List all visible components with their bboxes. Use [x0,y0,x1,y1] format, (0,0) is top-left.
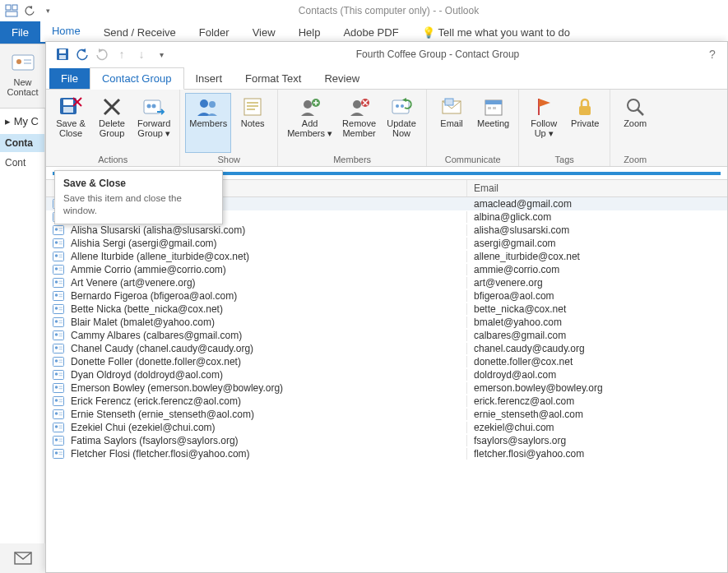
tab-help[interactable]: Help [287,21,332,44]
table-row[interactable]: Chanel Caudy (chanel.caudy@caudy.org)cha… [46,342,727,355]
tab-home[interactable]: Home [40,20,92,44]
remove-member-button[interactable]: Remove Member [338,93,380,153]
member-email: bette_nicka@cox.net [467,303,727,315]
svg-point-79 [55,333,58,336]
next-item-icon[interactable]: ↓ [132,44,151,64]
members-button[interactable]: Members [185,93,231,153]
svg-rect-108 [59,426,63,427]
add-members-icon [297,95,323,118]
svg-rect-69 [59,296,63,297]
contact-card-icon [46,436,64,446]
notes-button[interactable]: Notes [233,93,272,153]
table-row[interactable]: Allene Iturbide (allene_iturbide@cox.net… [46,250,727,263]
table-row[interactable]: Bernardo Figeroa (bfigeroa@aol.com)bfige… [46,289,727,303]
add-members-button[interactable]: Add Members ▾ [283,93,336,153]
tab-file[interactable]: File [49,68,90,89]
table-row[interactable]: Emerson Bowley (emerson.bowley@bowley.or… [46,381,727,395]
table-row[interactable]: Fatima Saylors (fsaylors@saylors.org)fsa… [46,434,727,447]
nav-item-selected[interactable]: Conta [0,134,44,152]
svg-rect-56 [59,255,63,256]
table-row[interactable]: Alishia Sergi (asergi@gmail.com)asergi@g… [46,237,727,250]
contact-card-icon [46,396,64,406]
delete-icon [99,95,125,118]
contact-card-icon [46,357,64,367]
members-area: Name Email amaclead@gmail.comAlbina Glic… [46,167,727,572]
meeting-button[interactable]: Meeting [473,93,513,153]
svg-rect-35 [493,107,496,109]
tell-me-search[interactable]: 💡Tell me what you want to do [410,21,582,44]
member-email: art@venere.org [467,277,727,289]
qat-dropdown-icon[interactable]: ▾ [41,4,54,17]
member-name: Dyan Oldroyd (doldroyd@aol.com) [64,369,467,381]
svg-point-99 [55,399,58,402]
outer-titlebar: ▾ Contacts (This computer only) - - Outl… [0,0,728,21]
email-button[interactable]: Email [432,93,471,153]
table-row[interactable]: Cammy Albares (calbares@gmail.com)calbar… [46,329,727,342]
ribbon-group-zoom: Zoom Zoom [610,90,660,166]
svg-rect-33 [485,100,502,104]
member-email: doldroyd@aol.com [467,369,727,381]
follow-up-button[interactable]: Follow Up ▾ [524,93,563,153]
member-email: amaclead@gmail.com [467,198,727,210]
member-email: allene_iturbide@cox.net [467,251,727,262]
table-row[interactable]: Donette Foller (donette.foller@cox.net)d… [46,355,727,368]
tab-insert[interactable]: Insert [184,68,234,89]
table-row[interactable]: Alisha Slusarski (alisha@slusarski.com)a… [46,224,727,237]
svg-point-71 [55,307,58,310]
delete-group-button[interactable]: Delete Group [92,93,132,153]
prev-item-icon[interactable]: ↑ [112,44,132,64]
table-row[interactable]: Dyan Oldroyd (doldroyd@aol.com)doldroyd@… [46,368,727,381]
table-row[interactable]: Fletcher Flosi (fletcher.flosi@yahoo.com… [46,447,727,460]
svg-rect-0 [6,5,11,10]
save-icon[interactable] [53,44,72,64]
lightbulb-icon: 💡 [422,26,435,39]
update-now-button[interactable]: Update Now [382,93,421,153]
tab-send-receive[interactable]: Send / Receive [92,21,188,44]
member-email: erick.ferencz@aol.com [467,395,727,407]
table-row[interactable]: Ammie Corrio (ammie@corrio.com)ammie@cor… [46,263,727,276]
table-row[interactable]: Blair Malet (bmalet@yahoo.com)bmalet@yah… [46,316,727,329]
help-icon[interactable]: ? [704,48,721,61]
outer-window-title: Contacts (This computer only) - - Outloo… [54,5,723,16]
tab-contact-group[interactable]: Contact Group [90,67,184,90]
svg-rect-21 [247,105,258,107]
zoom-button[interactable]: Zoom [615,93,655,153]
nav-header[interactable]: ▸ My C [0,109,44,134]
tab-format-text[interactable]: Format Text [234,68,313,89]
private-button[interactable]: Private [565,93,605,153]
mail-nav-icon[interactable] [0,543,45,573]
undo-icon[interactable] [23,4,36,17]
contact-card-icon [46,238,64,248]
table-row[interactable]: Art Venere (art@venere.org)art@venere.or… [46,276,727,289]
member-name: Ernie Stenseth (ernie_stenseth@aol.com) [64,409,467,420]
svg-rect-89 [59,362,63,363]
new-contact-button[interactable]: New Contact [0,49,45,97]
qat-customize-icon[interactable]: ▾ [151,44,171,64]
zoom-icon [622,95,648,118]
svg-point-95 [55,386,58,389]
table-row[interactable]: Ezekiel Chui (ezekiel@chui.com)ezekiel@c… [46,421,727,434]
save-close-button[interactable]: Save & Close [51,93,90,153]
table-row[interactable]: Erick Ferencz (erick.ferencz@aol.com)eri… [46,395,727,408]
col-email-header[interactable]: Email [467,180,727,196]
members-grid[interactable]: Name Email amaclead@gmail.comAlbina Glic… [46,179,727,572]
table-row[interactable]: Ernie Stenseth (ernie_stenseth@aol.com)e… [46,408,727,421]
tab-folder[interactable]: Folder [188,21,241,44]
nav-item[interactable]: Cont [0,152,44,173]
table-row[interactable]: Bette Nicka (bette_nicka@cox.net)bette_n… [46,303,727,316]
svg-point-37 [628,99,639,111]
undo-icon[interactable] [72,44,92,64]
contact-card-icon [46,278,64,288]
svg-rect-85 [59,349,63,349]
member-name: Emerson Bowley (emerson.bowley@bowley.or… [64,382,467,394]
tab-review[interactable]: Review [313,68,371,89]
tab-view[interactable]: View [241,21,287,44]
contact-card-icon [10,49,36,76]
tab-adobe-pdf[interactable]: Adobe PDF [332,21,410,44]
member-name: Alisha Slusarski (alisha@slusarski.com) [64,224,467,236]
svg-point-67 [55,293,58,297]
tab-file[interactable]: File [0,21,40,44]
forward-group-button[interactable]: Forward Group ▾ [133,93,174,153]
redo-icon[interactable] [92,44,112,64]
svg-point-111 [55,438,58,441]
